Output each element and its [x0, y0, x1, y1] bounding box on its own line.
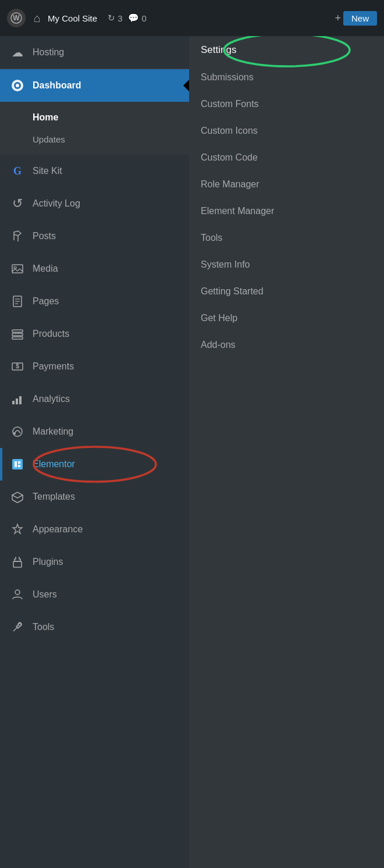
sidebar-label-media: Media: [33, 264, 58, 274]
wp-logo-icon[interactable]: W: [7, 9, 26, 27]
sidebar-label-hosting: Hosting: [33, 47, 64, 58]
home-icon[interactable]: ⌂: [34, 12, 41, 25]
svg-rect-7: [12, 265, 23, 273]
elementor-icon: [9, 456, 26, 472]
new-button[interactable]: + New: [335, 11, 377, 26]
home-label: Home: [33, 112, 58, 122]
site-kit-icon: G: [9, 163, 26, 179]
svg-rect-26: [18, 465, 20, 467]
appearance-icon: [9, 521, 26, 538]
new-label[interactable]: New: [343, 11, 377, 26]
analytics-icon: [9, 391, 26, 407]
top-bar: W ⌂ My Cool Site ↻ 3 💬 0 + New: [0, 0, 384, 36]
sidebar-item-posts[interactable]: Posts: [0, 220, 189, 252]
elementor-submenu: Settings Submissions Custom Fonts Custom…: [189, 36, 384, 868]
submenu-item-getting-started[interactable]: Getting Started: [189, 278, 384, 305]
tools-icon: [9, 619, 26, 635]
submenu-settings-wrapper: Settings: [189, 36, 384, 64]
sidebar-label-pages: Pages: [33, 296, 59, 307]
svg-point-4: [16, 84, 19, 87]
svg-line-30: [12, 500, 17, 503]
posts-icon: [9, 228, 26, 244]
sidebar-item-appearance[interactable]: Appearance: [0, 513, 189, 546]
submenu-item-custom-icons[interactable]: Custom Icons: [189, 118, 384, 144]
submenu-item-system-info[interactable]: System Info: [189, 251, 384, 278]
sidebar-item-activity-log[interactable]: ↺ Activity Log: [0, 187, 189, 220]
submenu-item-tools[interactable]: Tools: [189, 225, 384, 251]
sidebar-label-plugins: Plugins: [33, 557, 63, 567]
sidebar-label-dashboard: Dashboard: [33, 80, 81, 91]
sidebar-item-plugins[interactable]: Plugins: [0, 546, 189, 578]
updates-count[interactable]: ↻ 3: [108, 13, 122, 23]
svg-rect-23: [12, 459, 23, 469]
sidebar-item-analytics[interactable]: Analytics: [0, 383, 189, 415]
submenu-item-settings[interactable]: Settings: [189, 36, 384, 64]
sidebar-label-posts: Posts: [33, 231, 56, 241]
svg-rect-13: [12, 330, 23, 332]
sidebar-label-appearance: Appearance: [33, 524, 83, 535]
submenu-item-submissions[interactable]: Submissions: [189, 64, 384, 91]
sidebar-item-payments[interactable]: $ Payments: [0, 350, 189, 383]
submenu-item-custom-fonts[interactable]: Custom Fonts: [189, 91, 384, 118]
submenu-item-get-help[interactable]: Get Help: [189, 305, 384, 332]
submenu-item-custom-code[interactable]: Custom Code: [189, 144, 384, 171]
dashboard-arrow: [183, 80, 189, 91]
svg-rect-18: [12, 401, 15, 404]
sidebar-label-site-kit: Site Kit: [33, 166, 62, 176]
sidebar-label-payments: Payments: [33, 361, 74, 372]
svg-point-33: [15, 590, 20, 595]
dashboard-sub-updates[interactable]: Updates: [0, 129, 189, 150]
svg-rect-25: [18, 461, 20, 464]
sidebar-item-media[interactable]: Media: [0, 252, 189, 285]
svg-text:W: W: [13, 14, 20, 22]
users-icon: [9, 586, 26, 603]
sidebar-item-tools[interactable]: Tools: [0, 611, 189, 643]
svg-line-31: [17, 500, 23, 503]
svg-text:$: $: [16, 363, 19, 369]
svg-rect-32: [13, 561, 22, 567]
sidebar-item-templates[interactable]: Templates: [0, 481, 189, 513]
updates-label: Updates: [33, 134, 65, 144]
sidebar-label-tools: Tools: [33, 622, 54, 632]
submenu-item-element-manager[interactable]: Element Manager: [189, 198, 384, 225]
cloud-icon: ☁: [9, 44, 26, 61]
site-name[interactable]: My Cool Site: [48, 13, 97, 23]
dashboard-icon: [9, 77, 26, 94]
sidebar-item-pages[interactable]: Pages: [0, 285, 189, 318]
sidebar-label-templates: Templates: [33, 492, 75, 502]
payments-icon: $: [9, 358, 26, 375]
svg-rect-24: [15, 461, 17, 467]
sidebar: ☁ Hosting Dashboard Home Updates G Site …: [0, 36, 189, 868]
dashboard-submenu: Home Updates: [0, 102, 189, 155]
sidebar-item-dashboard[interactable]: Dashboard: [0, 69, 189, 102]
sidebar-item-site-kit[interactable]: G Site Kit: [0, 155, 189, 187]
sidebar-item-users[interactable]: Users: [0, 578, 189, 611]
svg-point-22: [13, 432, 16, 435]
sidebar-label-analytics: Analytics: [33, 394, 70, 404]
submenu-item-add-ons[interactable]: Add-ons: [189, 332, 384, 358]
sidebar-item-marketing[interactable]: Marketing: [0, 415, 189, 448]
submenu-item-role-manager[interactable]: Role Manager: [189, 171, 384, 198]
products-icon: [9, 326, 26, 342]
sidebar-label-activity-log: Activity Log: [33, 198, 80, 209]
svg-rect-14: [12, 333, 23, 336]
elementor-active-bar: [0, 448, 2, 481]
comments-count[interactable]: 💬 0: [128, 13, 146, 23]
sidebar-item-elementor[interactable]: Elementor: [0, 448, 189, 481]
sidebar-label-users: Users: [33, 589, 57, 600]
plugins-icon: [9, 554, 26, 570]
templates-icon: [9, 489, 26, 505]
marketing-icon: [9, 424, 26, 440]
svg-rect-20: [19, 396, 22, 404]
dashboard-sub-home[interactable]: Home: [0, 106, 189, 129]
pages-icon: [9, 293, 26, 310]
svg-point-21: [13, 427, 22, 436]
activity-log-icon: ↺: [9, 195, 26, 212]
svg-rect-19: [16, 399, 18, 404]
sidebar-item-hosting[interactable]: ☁ Hosting: [0, 36, 189, 69]
sidebar-label-products: Products: [33, 329, 69, 339]
plus-icon: +: [335, 12, 341, 24]
sidebar-item-products[interactable]: Products: [0, 318, 189, 350]
sidebar-label-elementor: Elementor: [33, 459, 75, 469]
sidebar-label-marketing: Marketing: [33, 426, 73, 437]
